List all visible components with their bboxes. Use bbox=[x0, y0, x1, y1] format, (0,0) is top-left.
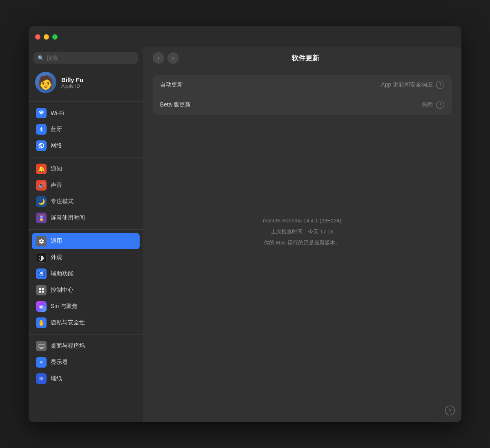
close-button[interactable] bbox=[35, 34, 40, 40]
search-bar[interactable]: 🔍 bbox=[33, 52, 138, 64]
sidebar-item-bluetooth[interactable]: 蓝牙 bbox=[32, 121, 140, 138]
divider-3 bbox=[29, 229, 143, 230]
settings-group: 自动更新 App 更新和安全响应 i Beta 版更新 关闭 i bbox=[153, 75, 452, 115]
traffic-lights bbox=[35, 34, 58, 40]
wifi-label: Wi-Fi bbox=[51, 110, 64, 116]
sidebar: 🔍 🧑 Billy Fu Apple ID bbox=[29, 47, 143, 422]
center-status: macOS Sonoma 14.4.1 (23E224) 上次检查时间：今天 1… bbox=[153, 217, 452, 247]
main-body: 自动更新 App 更新和安全响应 i Beta 版更新 关闭 i macOS S… bbox=[143, 69, 461, 422]
svg-rect-1 bbox=[42, 288, 43, 289]
bluetooth-label: 蓝牙 bbox=[51, 126, 62, 133]
control-label: 控制中心 bbox=[51, 286, 74, 294]
sidebar-item-screentime[interactable]: ⌛ 屏幕使用时间 bbox=[32, 210, 140, 226]
sound-icon: 🔊 bbox=[36, 180, 47, 191]
page-title: 软件更新 bbox=[182, 53, 429, 63]
auto-update-row: 自动更新 App 更新和安全响应 i bbox=[153, 75, 452, 95]
sidebar-item-focus[interactable]: 🌙 专注模式 bbox=[32, 193, 140, 210]
maximize-button[interactable] bbox=[52, 34, 58, 40]
svg-rect-2 bbox=[39, 291, 40, 292]
appearance-icon: ◑ bbox=[36, 252, 47, 263]
forward-button[interactable]: › bbox=[167, 52, 179, 64]
divider-2 bbox=[29, 157, 143, 157]
general-label: 通用 bbox=[51, 237, 62, 245]
search-input[interactable] bbox=[47, 55, 134, 61]
user-profile[interactable]: 🧑 Billy Fu Apple ID bbox=[29, 69, 143, 100]
sidebar-item-appearance[interactable]: ◑ 外观 bbox=[32, 249, 140, 266]
main-window: 🔍 🧑 Billy Fu Apple ID bbox=[29, 26, 461, 422]
help-button[interactable]: ? bbox=[445, 406, 455, 415]
wifi-icon bbox=[36, 108, 47, 118]
minimize-button[interactable] bbox=[44, 34, 49, 40]
sidebar-item-siri[interactable]: ◉ Siri 与聚焦 bbox=[32, 298, 140, 315]
svg-rect-6 bbox=[40, 348, 43, 348]
sidebar-item-desktop[interactable]: 桌面与程序坞 bbox=[32, 338, 140, 354]
network-label: 网络 bbox=[51, 142, 62, 149]
search-icon: 🔍 bbox=[38, 55, 44, 61]
sidebar-item-wifi[interactable]: Wi-Fi bbox=[32, 105, 140, 121]
bluetooth-icon bbox=[36, 124, 47, 135]
notification-icon: 🔔 bbox=[36, 164, 47, 174]
sidebar-item-display[interactable]: ✶ 显示器 bbox=[32, 354, 140, 370]
focus-label: 专注模式 bbox=[51, 198, 74, 205]
wallpaper-label: 墙纸 bbox=[51, 375, 62, 382]
user-name: Billy Fu bbox=[61, 76, 83, 83]
user-info: Billy Fu Apple ID bbox=[61, 76, 83, 89]
sidebar-item-general[interactable]: 通用 bbox=[32, 233, 140, 249]
auto-update-label: 自动更新 bbox=[160, 81, 381, 89]
beta-update-value: 关闭 bbox=[421, 101, 433, 109]
svg-rect-4 bbox=[39, 344, 44, 348]
wallpaper-icon: ❄ bbox=[36, 373, 47, 384]
sidebar-item-notification[interactable]: 🔔 通知 bbox=[32, 161, 140, 177]
svg-rect-0 bbox=[39, 288, 40, 289]
beta-update-row: Beta 版更新 关闭 i bbox=[153, 95, 452, 115]
avatar: 🧑 bbox=[35, 72, 56, 93]
user-subtitle: Apple ID bbox=[61, 83, 83, 89]
accessibility-icon: ♿ bbox=[36, 268, 47, 279]
screentime-label: 屏幕使用时间 bbox=[51, 214, 85, 222]
focus-icon: 🌙 bbox=[36, 196, 47, 207]
siri-icon: ◉ bbox=[36, 301, 47, 312]
beta-update-label: Beta 版更新 bbox=[160, 101, 421, 109]
privacy-icon: ✋ bbox=[36, 317, 47, 328]
sidebar-item-network[interactable]: 网络 bbox=[32, 138, 140, 154]
sidebar-item-wallpaper[interactable]: ❄ 墙纸 bbox=[32, 370, 140, 387]
divider-4 bbox=[29, 334, 143, 335]
siri-label: Siri 与聚焦 bbox=[51, 303, 78, 310]
content-area: 🔍 🧑 Billy Fu Apple ID bbox=[29, 47, 461, 422]
avatar-image: 🧑 bbox=[38, 76, 54, 89]
screentime-icon: ⌛ bbox=[36, 213, 47, 223]
auto-update-info-button[interactable]: i bbox=[436, 81, 444, 89]
sidebar-section-network: Wi-Fi 蓝牙 网络 bbox=[29, 103, 143, 155]
main-content: ‹ › 软件更新 自动更新 App 更新和安全响应 i Beta 版更新 关闭 bbox=[143, 47, 461, 422]
beta-update-info-button[interactable]: i bbox=[436, 101, 444, 109]
notification-label: 通知 bbox=[51, 165, 62, 173]
auto-update-value: App 更新和安全响应 bbox=[381, 81, 433, 89]
sidebar-item-privacy[interactable]: ✋ 隐私与安全性 bbox=[32, 315, 140, 331]
desktop-label: 桌面与程序坞 bbox=[51, 342, 85, 350]
sidebar-item-sound[interactable]: 🔊 声音 bbox=[32, 177, 140, 193]
display-icon: ✶ bbox=[36, 357, 47, 368]
status-line1: macOS Sonoma 14.4.1 (23E224) bbox=[263, 217, 341, 225]
svg-rect-3 bbox=[42, 291, 43, 292]
privacy-label: 隐私与安全性 bbox=[51, 319, 85, 326]
main-header: ‹ › 软件更新 bbox=[143, 47, 461, 69]
sound-label: 声音 bbox=[51, 182, 62, 189]
accessibility-label: 辅助功能 bbox=[51, 270, 74, 277]
divider-1 bbox=[29, 101, 143, 102]
general-icon bbox=[36, 236, 47, 246]
status-line3: 你的 Mac 运行的已是最新版本。 bbox=[264, 239, 341, 247]
svg-rect-5 bbox=[40, 348, 42, 348]
sidebar-item-control[interactable]: 控制中心 bbox=[32, 282, 140, 298]
desktop-icon bbox=[36, 341, 47, 351]
status-line2: 上次检查时间：今天 17:16 bbox=[271, 228, 333, 236]
appearance-label: 外观 bbox=[51, 254, 62, 261]
sidebar-section-notifications: 🔔 通知 🔊 声音 🌙 专注模式 ⌛ 屏幕使用时间 bbox=[29, 159, 143, 228]
back-button[interactable]: ‹ bbox=[153, 52, 164, 64]
display-label: 显示器 bbox=[51, 359, 68, 366]
sidebar-section-display: 桌面与程序坞 ✶ 显示器 ❄ 墙纸 bbox=[29, 336, 143, 388]
network-icon bbox=[36, 140, 47, 151]
sidebar-item-accessibility[interactable]: ♿ 辅助功能 bbox=[32, 266, 140, 282]
titlebar bbox=[29, 26, 461, 47]
sidebar-section-general: 通用 ◑ 外观 ♿ 辅助功能 bbox=[29, 231, 143, 333]
control-icon bbox=[36, 285, 47, 295]
